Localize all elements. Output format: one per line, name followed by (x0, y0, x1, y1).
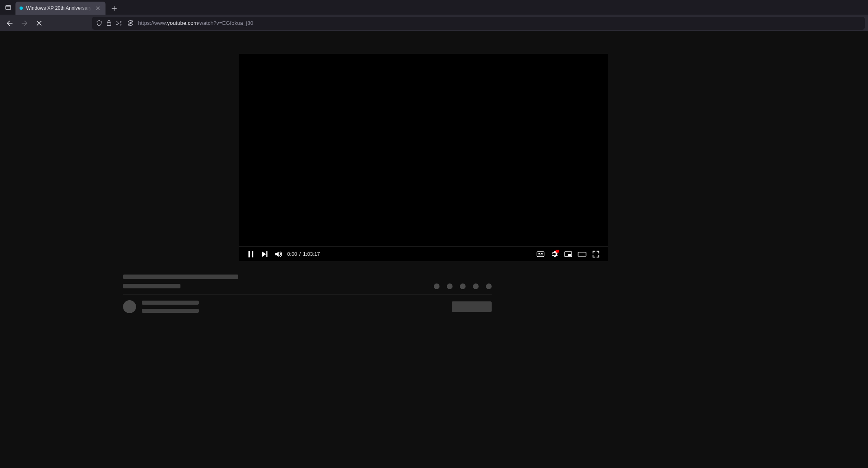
browser-toolbar: https://www.youtube.com/watch?v=EGfokua_… (0, 15, 868, 31)
tab-strip: Windows XP 20th Anniversary (0, 0, 868, 15)
permissions-icon[interactable] (116, 20, 123, 26)
new-tab-button[interactable] (108, 2, 121, 15)
avatar-skeleton (123, 300, 136, 313)
page-content: 0:00 / 1:03:17 (0, 31, 868, 468)
time-display: 0:00 / 1:03:17 (287, 251, 320, 257)
forward-button[interactable] (18, 17, 31, 30)
svg-rect-1 (107, 23, 111, 26)
action-buttons-skeleton (434, 283, 492, 289)
mute-button[interactable] (272, 247, 286, 261)
miniplayer-button[interactable] (561, 247, 575, 261)
tab-title: Windows XP 20th Anniversary (26, 5, 92, 11)
address-bar[interactable]: https://www.youtube.com/watch?v=EGfokua_… (92, 17, 865, 30)
svg-rect-9 (537, 252, 544, 257)
svg-rect-8 (266, 251, 268, 257)
next-button[interactable] (258, 247, 272, 261)
subtitles-button[interactable] (534, 247, 547, 261)
subscribe-skeleton (452, 301, 492, 312)
svg-rect-12 (578, 252, 586, 256)
fullscreen-button[interactable] (589, 247, 603, 261)
theater-button[interactable] (575, 247, 589, 261)
svg-rect-7 (252, 251, 253, 257)
tracking-blocked-icon[interactable] (127, 20, 134, 26)
stop-button[interactable] (33, 17, 46, 30)
recent-tabs-button[interactable] (1, 0, 15, 15)
lock-icon[interactable] (106, 20, 112, 26)
pause-button[interactable] (244, 247, 258, 261)
player-controls: 0:00 / 1:03:17 (239, 246, 608, 261)
video-info-skeleton (123, 275, 492, 313)
tab-loading-indicator-icon (20, 7, 23, 10)
video-player[interactable]: 0:00 / 1:03:17 (239, 54, 608, 261)
svg-point-3 (120, 24, 121, 25)
close-tab-button[interactable] (95, 5, 101, 11)
svg-rect-6 (248, 251, 250, 257)
svg-rect-0 (6, 6, 11, 10)
svg-point-2 (120, 21, 121, 22)
browser-tab[interactable]: Windows XP 20th Anniversary (15, 2, 105, 15)
site-identity-icons (96, 20, 134, 26)
svg-rect-11 (568, 254, 571, 256)
shield-icon[interactable] (96, 20, 102, 26)
settings-button[interactable] (547, 247, 561, 261)
url-text: https://www.youtube.com/watch?v=EGfokua_… (138, 20, 253, 26)
hd-badge-icon (556, 250, 559, 253)
back-button[interactable] (3, 17, 16, 30)
